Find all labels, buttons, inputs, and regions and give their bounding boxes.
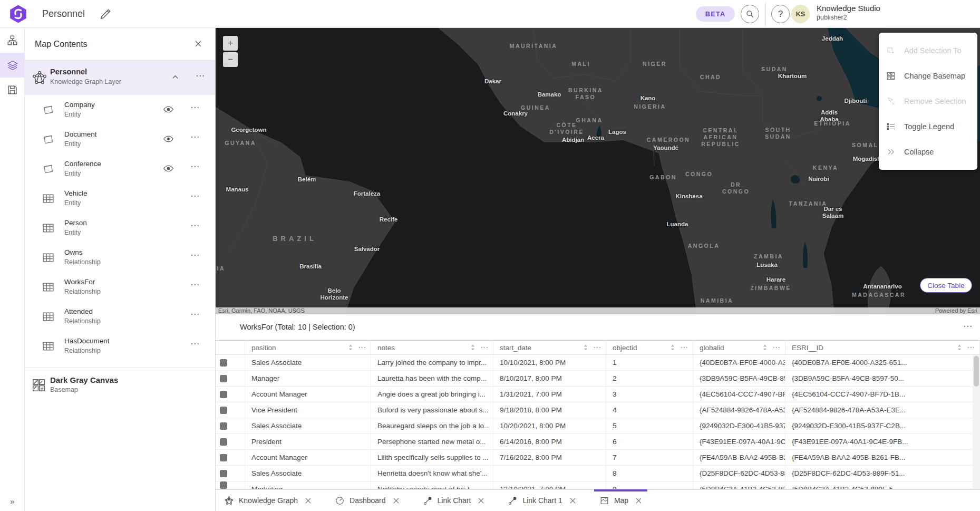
column-menu-icon[interactable]: ⋯ (967, 343, 975, 352)
layer-row-worksfor[interactable]: WorksForRelationship⋯ (25, 272, 215, 302)
layer-menu-icon[interactable]: ⋯ (188, 131, 202, 142)
map-attribution: Esri, Garmin, FAO, NOAA, USGS Powered by… (216, 307, 980, 314)
edit-title-icon[interactable] (99, 8, 112, 21)
sort-icon[interactable] (347, 344, 354, 351)
column-menu-icon[interactable]: ⋯ (772, 343, 781, 352)
column-menu-icon[interactable]: ⋯ (593, 343, 601, 352)
visibility-eye-icon[interactable] (163, 104, 174, 115)
close-tab-icon[interactable] (393, 497, 400, 504)
column-header-position[interactable]: position⋯ (245, 341, 371, 354)
tab-dashboard[interactable]: Dashboard (329, 490, 405, 511)
visibility-eye-icon[interactable] (163, 163, 174, 174)
rail-item-data-model[interactable] (0, 28, 25, 53)
user-block[interactable]: Knowledge Studio publisher2 (817, 4, 880, 22)
close-table-button[interactable]: Close Table (920, 278, 972, 293)
column-menu-icon[interactable]: ⋯ (480, 343, 489, 352)
help-button[interactable]: ? (771, 5, 790, 23)
zoom-in-button[interactable]: + (223, 36, 238, 51)
table-options-icon[interactable]: ⋯ (963, 321, 973, 332)
sort-icon[interactable] (762, 344, 768, 351)
row-checkbox[interactable] (220, 359, 227, 367)
layer-menu-icon[interactable]: ⋯ (188, 249, 202, 261)
column-header-esri__id[interactable]: ESRI__ID⋯ (785, 341, 980, 354)
column-header-start_date[interactable]: start_date⋯ (493, 341, 606, 354)
row-checkbox[interactable] (220, 407, 227, 414)
tab-link-chart-1[interactable]: Link Chart 1 (502, 490, 581, 511)
menu-item-collapse[interactable]: Collapse (879, 139, 977, 165)
menu-item-toggle-legend[interactable]: Toggle Legend (879, 114, 977, 139)
column-header-objectid[interactable]: objectid⋯ (606, 341, 693, 354)
scrollbar-thumb[interactable] (974, 356, 979, 387)
layer-menu-icon[interactable]: ⋯ (188, 338, 202, 349)
layer-menu-icon[interactable]: ⋯ (188, 161, 202, 172)
table-row[interactable]: ManagerLauretta has been with the comp..… (216, 371, 980, 387)
layer-group-menu-icon[interactable]: ⋯ (193, 70, 207, 81)
row-checkbox[interactable] (220, 470, 227, 477)
table-row[interactable]: Account ManagerAngie does a great job br… (216, 387, 980, 402)
basemap-row[interactable]: Dark Gray Canvas Basemap (25, 370, 215, 401)
expand-rail-button[interactable]: » (0, 497, 25, 506)
table-row[interactable]: PresidentPersephone started new metal o.… (216, 434, 980, 450)
sort-icon[interactable] (470, 344, 476, 351)
tab-label: Link Chart (438, 496, 471, 505)
layer-menu-icon[interactable]: ⋯ (188, 279, 202, 290)
column-menu-icon[interactable]: ⋯ (680, 343, 688, 352)
rail-item-layers[interactable] (0, 53, 25, 78)
cell-start_date: 1/31/2021, 7:00 PM (493, 387, 606, 402)
table-row[interactable]: Account ManagerLilith specifically sells… (216, 450, 980, 466)
table-scrollbar[interactable] (973, 355, 980, 489)
layer-menu-icon[interactable]: ⋯ (188, 190, 202, 201)
close-tab-icon[interactable] (305, 497, 312, 504)
visibility-eye-icon[interactable] (163, 133, 174, 144)
table-row[interactable]: Vice PresidentBuford is very passionate … (216, 402, 980, 418)
tab-link-chart[interactable]: Link Chart (418, 490, 490, 511)
layer-row-document[interactable]: DocumentEntity⋯ (25, 124, 215, 154)
row-checkbox[interactable] (220, 438, 227, 446)
column-header-notes[interactable]: notes⋯ (371, 341, 493, 354)
tab-knowledge-graph[interactable]: Knowledge Graph (219, 490, 317, 511)
close-tab-icon[interactable] (478, 497, 484, 504)
cell-notes: Larry joined the company to impr... (371, 355, 493, 370)
layer-menu-icon[interactable]: ⋯ (188, 308, 202, 320)
layer-name: Conference (64, 160, 101, 168)
table-row[interactable]: Sales AssociateLarry joined the company … (216, 355, 980, 371)
collapse-group-icon[interactable] (171, 73, 179, 81)
row-checkbox[interactable] (220, 454, 227, 461)
layer-row-owns[interactable]: OwnsRelationship⋯ (25, 243, 215, 272)
layer-row-person[interactable]: PersonEntity⋯ (25, 213, 215, 243)
close-tab-icon[interactable] (569, 497, 576, 504)
row-select-cell (216, 481, 245, 489)
row-checkbox[interactable] (220, 391, 227, 398)
sort-icon[interactable] (669, 344, 676, 351)
layer-row-company[interactable]: CompanyEntity⋯ (25, 95, 215, 124)
table-row[interactable]: Sales AssociateHenrietta doesn't know wh… (216, 466, 980, 481)
row-checkbox[interactable] (220, 375, 227, 382)
column-menu-icon[interactable]: ⋯ (358, 343, 366, 352)
close-tab-icon[interactable] (635, 497, 642, 504)
sort-icon[interactable] (583, 344, 589, 351)
close-panel-icon[interactable] (194, 40, 203, 49)
search-button[interactable] (741, 5, 759, 23)
layer-row-attended[interactable]: AttendedRelationship⋯ (25, 302, 215, 331)
zoom-out-button[interactable]: − (223, 52, 238, 67)
row-checkbox[interactable] (220, 481, 227, 489)
map-view[interactable]: MAURITANIAMALINIGERCHADSUDANBURKINA FASO… (216, 28, 980, 314)
app-logo-icon (8, 4, 28, 24)
menu-item-change-basemap[interactable]: Change Basemap (879, 63, 977, 89)
row-checkbox[interactable] (220, 422, 227, 430)
tab-map[interactable]: Map (594, 490, 647, 511)
cell-esri__id: {F43E91EE-097A-40A1-9C4E-9FB... (785, 434, 980, 449)
rail-item-save[interactable] (0, 78, 25, 102)
layer-group-personnel[interactable]: Personnel Knowledge Graph Layer ⋯ (25, 61, 215, 95)
layer-menu-icon[interactable]: ⋯ (188, 102, 202, 113)
table-row[interactable]: MarketingNickleby spends most of his t..… (216, 481, 980, 489)
layer-row-hasdocument[interactable]: HasDocumentRelationship⋯ (25, 331, 215, 361)
layer-menu-icon[interactable]: ⋯ (188, 220, 202, 231)
column-header-globalid[interactable]: globalid⋯ (693, 341, 785, 354)
table-row[interactable]: Sales AssociateBeauregard sleeps on the … (216, 418, 980, 434)
layer-row-vehicle[interactable]: VehicleEntity⋯ (25, 184, 215, 213)
cell-globalid: {40DE0B7A-EF0E-4000-A325-65... (693, 355, 785, 370)
layer-row-conference[interactable]: ConferenceEntity⋯ (25, 154, 215, 184)
avatar[interactable]: KS (791, 5, 810, 23)
sort-icon[interactable] (956, 344, 963, 351)
